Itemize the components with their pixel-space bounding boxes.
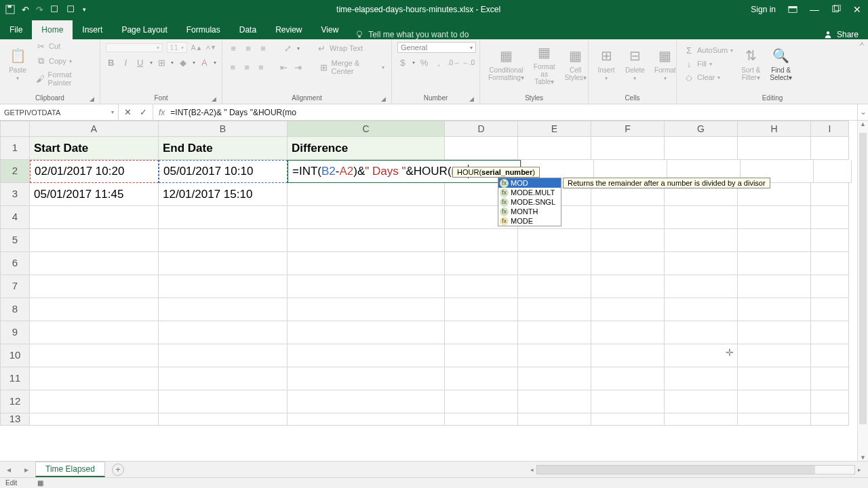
cell[interactable] xyxy=(811,321,849,344)
cell[interactable] xyxy=(665,229,738,252)
insert-cells-button[interactable]: ⊞Insert▾ xyxy=(594,45,618,83)
col-header-b[interactable]: B xyxy=(159,121,288,137)
bold-icon[interactable]: B xyxy=(106,57,117,68)
cell[interactable] xyxy=(811,344,849,367)
col-header-f[interactable]: F xyxy=(591,121,665,137)
cell[interactable] xyxy=(159,298,288,321)
cell[interactable] xyxy=(738,367,811,390)
sheet-nav-prev[interactable]: ◂ xyxy=(0,465,18,474)
merge-center-button[interactable]: ⊞Merge & Center▾ xyxy=(317,58,386,76)
cell[interactable] xyxy=(518,298,591,321)
cell-b2[interactable]: 05/01/2017 10:10 xyxy=(159,160,288,183)
function-autocomplete-list[interactable]: fxMOD fxMODE.MULT fxMODE.SNGL fxMONTH fx… xyxy=(498,178,561,226)
cell[interactable] xyxy=(30,344,159,367)
format-as-table-button[interactable]: ▦Format asTable▾ xyxy=(531,41,558,87)
cell-a1[interactable]: Start Date xyxy=(30,137,159,160)
row-header[interactable]: 11 xyxy=(0,367,30,390)
enter-formula-icon[interactable]: ✓ xyxy=(140,107,147,117)
cell[interactable] xyxy=(591,229,665,252)
cell[interactable] xyxy=(591,275,665,298)
cell[interactable] xyxy=(445,390,518,413)
cell[interactable] xyxy=(159,413,288,426)
cut-button[interactable]: ✂Cut xyxy=(34,40,94,52)
borders-icon[interactable]: ⊞ xyxy=(157,57,167,68)
tab-formulas[interactable]: Formulas xyxy=(177,20,230,39)
cell[interactable] xyxy=(30,252,159,275)
cell[interactable] xyxy=(518,275,591,298)
cell[interactable] xyxy=(738,413,811,426)
cell-b1[interactable]: End Date xyxy=(159,137,288,160)
qat-icon-1[interactable] xyxy=(50,5,60,14)
tab-file[interactable]: File xyxy=(0,20,32,39)
cell[interactable] xyxy=(591,390,665,413)
find-select-button[interactable]: 🔍Find &Select▾ xyxy=(767,45,795,83)
cell[interactable] xyxy=(738,344,811,367)
cell[interactable] xyxy=(738,137,811,160)
cell[interactable] xyxy=(665,206,738,229)
vscroll-thumb[interactable] xyxy=(859,133,867,424)
delete-cells-button[interactable]: ⊟Delete▾ xyxy=(623,45,648,83)
tab-review[interactable]: Review xyxy=(266,20,311,39)
cell[interactable] xyxy=(288,321,445,344)
row-header[interactable]: 4 xyxy=(0,206,30,229)
cell[interactable] xyxy=(738,206,811,229)
cell[interactable] xyxy=(30,275,159,298)
percent-icon[interactable]: % xyxy=(419,57,430,68)
cell[interactable] xyxy=(159,321,288,344)
add-sheet-button[interactable]: + xyxy=(112,464,124,476)
cancel-formula-icon[interactable]: ✕ xyxy=(124,107,132,117)
minimize-icon[interactable]: — xyxy=(810,4,819,15)
tab-data[interactable]: Data xyxy=(230,20,266,39)
align-center-icon[interactable]: ≡ xyxy=(242,62,252,73)
cell[interactable] xyxy=(445,344,518,367)
cell[interactable] xyxy=(665,298,738,321)
cell[interactable] xyxy=(518,229,591,252)
orientation-icon[interactable]: ⤢ xyxy=(282,43,293,54)
select-all-button[interactable] xyxy=(0,121,30,137)
cell[interactable] xyxy=(518,252,591,275)
qat-icon-2[interactable] xyxy=(66,5,76,14)
decrease-font-icon[interactable]: A▼ xyxy=(206,42,216,53)
autosum-button[interactable]: ΣAutoSum▾ xyxy=(682,44,734,56)
cell[interactable] xyxy=(591,137,665,160)
cell[interactable] xyxy=(159,367,288,390)
cell[interactable] xyxy=(811,229,849,252)
cell-a2[interactable]: 02/01/2017 10:20 xyxy=(30,160,159,183)
cell[interactable] xyxy=(518,413,591,426)
cell[interactable] xyxy=(665,252,738,275)
cell[interactable] xyxy=(665,413,738,426)
cell[interactable] xyxy=(445,137,518,160)
wrap-text-button[interactable]: ↵Wrap Text xyxy=(315,42,364,54)
row-header[interactable]: 2 xyxy=(0,160,30,183)
cell[interactable] xyxy=(445,321,518,344)
cell[interactable] xyxy=(811,275,849,298)
indent-inc-icon[interactable]: ⇥ xyxy=(293,62,303,73)
launcher-icon[interactable]: ◢ xyxy=(90,96,94,102)
cell[interactable] xyxy=(738,275,811,298)
cell[interactable] xyxy=(30,390,159,413)
cell[interactable] xyxy=(811,252,849,275)
cell[interactable] xyxy=(445,367,518,390)
row-header[interactable]: 8 xyxy=(0,298,30,321)
hscroll-thumb[interactable] xyxy=(537,466,815,474)
cell[interactable] xyxy=(518,321,591,344)
cell[interactable] xyxy=(30,229,159,252)
format-cells-button[interactable]: ▦Format▾ xyxy=(652,45,679,83)
number-format-combo[interactable]: General▾ xyxy=(397,42,476,53)
col-header-e[interactable]: E xyxy=(518,121,591,137)
cell[interactable] xyxy=(665,344,738,367)
cell[interactable] xyxy=(811,413,849,426)
cell[interactable] xyxy=(811,137,849,160)
cell[interactable] xyxy=(30,206,159,229)
align-left-icon[interactable]: ≡ xyxy=(228,62,238,73)
tab-insert[interactable]: Insert xyxy=(73,20,112,39)
italic-icon[interactable]: I xyxy=(121,57,132,68)
tab-pagelayout[interactable]: Page Layout xyxy=(112,20,176,39)
cell[interactable] xyxy=(159,344,288,367)
maximize-icon[interactable] xyxy=(831,5,841,14)
cell[interactable] xyxy=(738,252,811,275)
cell[interactable] xyxy=(518,137,591,160)
cell[interactable] xyxy=(518,344,591,367)
cell[interactable] xyxy=(159,252,288,275)
tab-home[interactable]: Home xyxy=(32,20,73,39)
